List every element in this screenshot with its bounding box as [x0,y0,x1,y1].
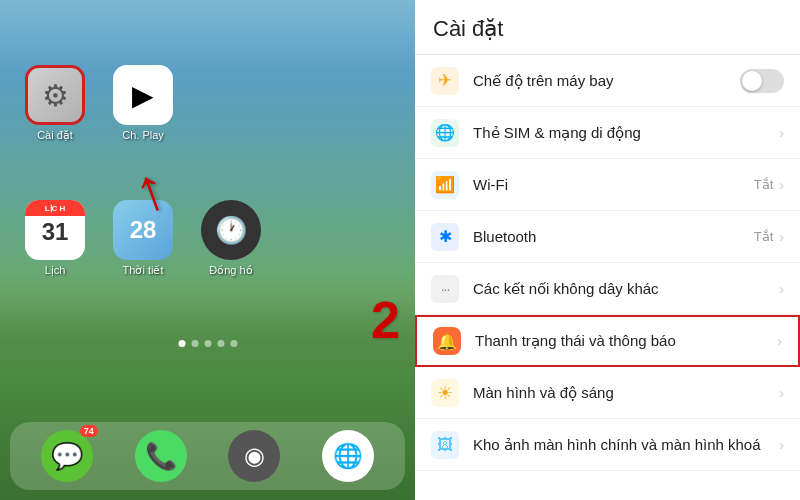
app-label-settings: Cài đặt [37,129,73,142]
settings-title: Cài đặt [433,16,782,42]
other-connections-icon: ··· [431,275,459,303]
settings-item-other-connections[interactable]: ··· Các kết nối không dây khác › [415,263,800,315]
airplane-toggle[interactable] [740,69,784,93]
page-dots [178,340,237,347]
messages-badge: 74 [80,425,98,437]
wifi-value: Tắt [754,177,774,192]
airplane-icon: ✈ [431,67,459,95]
app-chplay[interactable]: ▶ Ch. Play [108,65,178,142]
display-chevron: › [779,385,784,401]
settings-list: ✈ Chế độ trên máy bay 🌐 Thẻ SIM & mạng d… [415,55,800,500]
wifi-label: Wi-Fi [473,176,754,193]
dot-4 [217,340,224,347]
other-connections-chevron: › [779,281,784,297]
settings-item-bluetooth[interactable]: ✱ Bluetooth Tắt › [415,211,800,263]
settings-item-sim[interactable]: 🌐 Thẻ SIM & mạng di động › [415,107,800,159]
status-bar-chevron: › [777,333,782,349]
airplane-label: Chế độ trên máy bay [473,72,740,90]
display-icon: ☀ [431,379,459,407]
screenshot-chevron: › [779,437,784,453]
toggle-thumb [742,71,762,91]
dock-messages[interactable]: 💬 74 [41,430,93,482]
sim-label: Thẻ SIM & mạng di động [473,124,779,142]
screenshot-label: Kho ảnh màn hình chính và màn hình khoá [473,435,779,455]
homescreen-panel: ⚙ Cài đặt ▶ Ch. Play ↑ LỊC H 31 Lịch 28 [0,0,415,500]
dock-phone[interactable]: 📞 [135,430,187,482]
sim-icon: 🌐 [431,119,459,147]
app-label-calendar: Lịch [45,264,66,277]
other-connections-label: Các kết nối không dây khác [473,280,779,298]
dock-chrome[interactable]: 🌐 [322,430,374,482]
dock-camera[interactable]: ◉ [228,430,280,482]
bluetooth-value: Tắt [754,229,774,244]
wifi-icon: 📶 [431,171,459,199]
settings-panel: Cài đặt ✈ Chế độ trên máy bay 🌐 Thẻ SIM … [415,0,800,500]
screenshot-icon: 🖼 [431,431,459,459]
settings-item-airplane[interactable]: ✈ Chế độ trên máy bay [415,55,800,107]
status-bar-label: Thanh trạng thái và thông báo [475,332,777,350]
bluetooth-label: Bluetooth [473,228,754,245]
settings-item-status-bar[interactable]: 🔔 Thanh trạng thái và thông báo › [415,315,800,367]
app-calendar[interactable]: LỊC H 31 Lịch [20,200,90,277]
dot-3 [204,340,211,347]
dot-2 [191,340,198,347]
settings-item-screenshot[interactable]: 🖼 Kho ảnh màn hình chính và màn hình kho… [415,419,800,471]
app-settings[interactable]: ⚙ Cài đặt [20,65,90,142]
settings-item-wifi[interactable]: 📶 Wi-Fi Tắt › [415,159,800,211]
app-clock[interactable]: 🕐 Đồng hồ [196,200,266,277]
app-dock: 💬 74 📞 ◉ 🌐 [10,422,405,490]
dot-5 [230,340,237,347]
settings-header: Cài đặt [415,0,800,55]
wifi-chevron: › [779,177,784,193]
settings-item-display[interactable]: ☀ Màn hình và độ sáng › [415,367,800,419]
sim-chevron: › [779,125,784,141]
app-label-clock: Đồng hồ [209,264,252,277]
bluetooth-chevron: › [779,229,784,245]
number-2-annotation: 2 [371,290,400,350]
bluetooth-icon: ✱ [431,223,459,251]
display-label: Màn hình và độ sáng [473,384,779,402]
status-bar-icon: 🔔 [433,327,461,355]
app-label-weather: Thời tiết [123,264,164,277]
app-label-chplay: Ch. Play [122,129,164,141]
dot-1 [178,340,185,347]
